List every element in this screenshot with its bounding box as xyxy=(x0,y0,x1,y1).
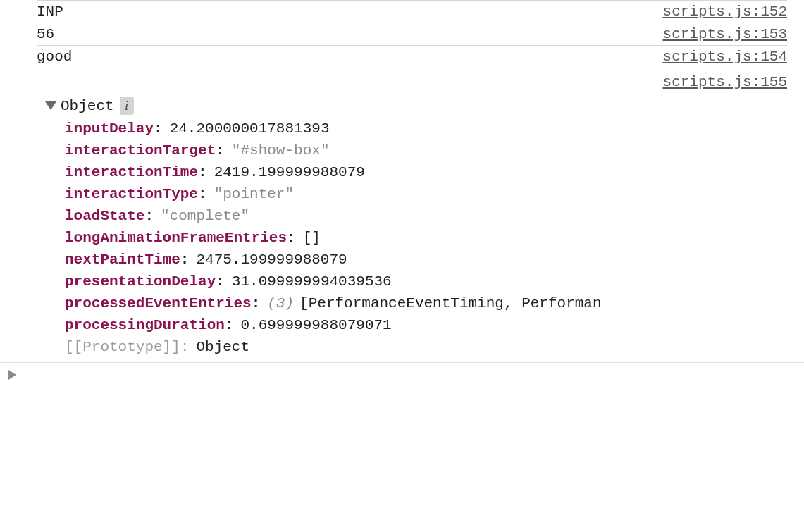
property-value: 2475.199999988079 xyxy=(196,252,347,268)
object-property[interactable]: inputDelay: 24.200000017881393 xyxy=(65,118,787,140)
property-key: interactionType xyxy=(65,186,198,202)
property-key: [[Prototype]] xyxy=(65,339,180,355)
object-properties: inputDelay: 24.200000017881393 interacti… xyxy=(65,118,787,358)
source-link[interactable]: scripts.js:152 xyxy=(663,4,787,20)
property-key: longAnimationFrameEntries xyxy=(65,230,287,246)
console-prompt[interactable] xyxy=(0,362,804,380)
console-log-row: good scripts.js:154 xyxy=(37,46,787,68)
property-value: "pointer" xyxy=(214,186,294,202)
console-log-row: 56 scripts.js:153 xyxy=(37,23,787,46)
object-property[interactable]: processingDuration: 0.699999988079071 xyxy=(65,314,787,336)
source-link[interactable]: scripts.js:154 xyxy=(663,49,787,65)
object-property[interactable]: presentationDelay: 31.099999994039536 xyxy=(65,271,787,292)
array-length: (3) xyxy=(267,295,294,311)
property-value: "#show-box" xyxy=(232,142,330,159)
property-value: 0.699999988079071 xyxy=(240,317,391,333)
property-value: "complete" xyxy=(161,208,249,224)
property-value: 2419.199999988079 xyxy=(214,164,365,180)
property-key: nextPaintTime xyxy=(65,252,180,268)
chevron-down-icon[interactable] xyxy=(45,101,56,110)
console-object-log: scripts.js:155 Object i inputDelay: 24.2… xyxy=(37,68,787,358)
console-panel: INP scripts.js:152 56 scripts.js:153 goo… xyxy=(0,0,804,532)
log-value: good xyxy=(37,49,72,65)
object-property[interactable]: interactionTime: 2419.199999988079 xyxy=(65,161,787,183)
log-value: INP xyxy=(37,4,63,20)
object-property[interactable]: nextPaintTime: 2475.199999988079 xyxy=(65,249,787,271)
object-property[interactable]: interactionType: "pointer" xyxy=(65,183,787,205)
object-property[interactable]: processedEventEntries: (3) [PerformanceE… xyxy=(65,292,787,314)
property-value: Object xyxy=(196,339,249,355)
source-link[interactable]: scripts.js:153 xyxy=(663,26,787,42)
object-property[interactable]: longAnimationFrameEntries: [] xyxy=(65,227,787,249)
array-preview: [PerformanceEventTiming, Performan xyxy=(299,295,601,311)
property-key: interactionTarget xyxy=(65,142,216,159)
property-key: processingDuration xyxy=(65,317,225,333)
property-value: 24.200000017881393 xyxy=(170,120,330,137)
chevron-right-icon xyxy=(8,370,16,380)
property-value: 31.099999994039536 xyxy=(232,273,392,290)
property-key: interactionTime xyxy=(65,164,198,180)
object-property[interactable]: loadState: "complete" xyxy=(65,205,787,227)
property-key: presentationDelay xyxy=(65,273,216,290)
info-icon[interactable]: i xyxy=(120,97,134,115)
object-property[interactable]: [[Prototype]]: Object xyxy=(65,336,787,358)
property-value: [] xyxy=(303,230,321,246)
property-key: processedEventEntries xyxy=(65,295,252,311)
object-property[interactable]: interactionTarget: "#show-box" xyxy=(65,140,787,161)
console-log-row: INP scripts.js:152 xyxy=(37,0,787,23)
property-key: inputDelay xyxy=(65,120,154,137)
log-value: 56 xyxy=(37,26,54,42)
source-link[interactable]: scripts.js:155 xyxy=(663,74,787,90)
property-key: loadState xyxy=(65,208,144,224)
object-header[interactable]: Object i xyxy=(45,97,787,115)
object-type-label: Object xyxy=(61,98,114,114)
